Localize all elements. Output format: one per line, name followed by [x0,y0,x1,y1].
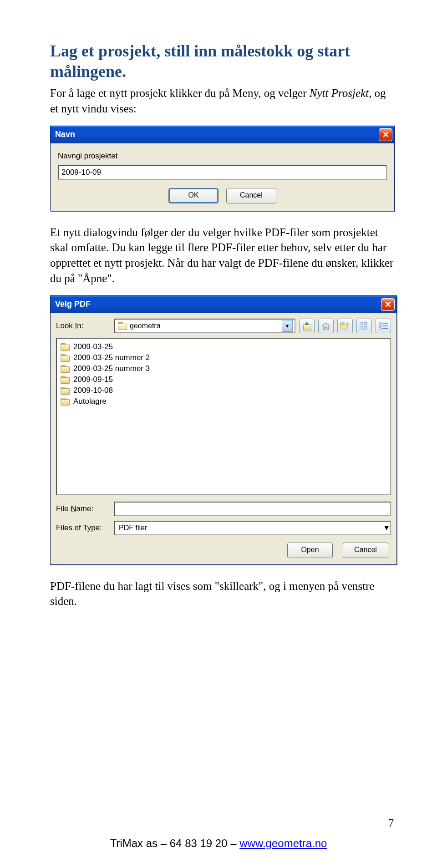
new-folder-icon [340,322,350,330]
name-dialog-title: Navn [55,130,75,139]
svg-rect-4 [364,322,367,325]
list-item[interactable]: 2009-03-25 [61,341,386,352]
folder-icon [61,343,70,350]
intro-text-a: For å lage et nytt prosjekt klikker du p… [50,87,310,99]
file-item-label: Autolagre [73,397,107,406]
file-name-label: File Name: [56,504,111,513]
look-in-label: Look In: [56,321,111,330]
file-dialog-titlebar: Velg PDF ✕ [51,296,396,313]
file-dialog: Velg PDF ✕ Look In: geometra ▼ [50,295,397,565]
new-folder-button[interactable] [337,319,353,333]
look-in-value: geometra [130,322,161,330]
paragraph-3: PDF-filene du har lagt til vises som "sk… [50,579,396,609]
project-name-label: Navngi prosjektet [58,152,387,161]
close-icon: ✕ [382,130,389,140]
file-list[interactable]: 2009-03-25 2009-03-25 nummer 2 2009-03-2… [56,338,391,495]
ok-button[interactable]: OK [168,188,218,203]
list-item[interactable]: 2009-09-15 [61,374,386,385]
svg-rect-2 [360,322,362,325]
list-item[interactable]: 2009-03-25 nummer 2 [61,352,386,363]
close-button[interactable]: ✕ [379,128,392,141]
svg-rect-5 [364,327,367,330]
svg-rect-8 [379,328,381,330]
open-button[interactable]: Open [287,543,333,558]
footer-link[interactable]: www.geometra.no [239,837,327,849]
folder-icon [61,398,70,405]
up-folder-button[interactable] [299,319,315,333]
file-dialog-title: Velg PDF [55,299,91,309]
cancel-button[interactable]: Cancel [343,543,388,558]
dropdown-arrow-icon: ▼ [383,524,390,532]
file-item-label: 2009-10-08 [73,386,113,395]
look-in-combo[interactable]: geometra ▼ [114,319,295,333]
home-icon [321,322,330,330]
intro-emphasis: Nytt Prosjekt, [310,87,372,99]
svg-rect-6 [379,322,381,324]
close-button[interactable]: ✕ [381,298,395,311]
file-item-label: 2009-03-25 nummer 2 [73,353,150,362]
page-footer: TriMax as – 64 83 19 20 – www.geometra.n… [0,837,437,850]
folder-icon [61,354,70,361]
file-item-label: 2009-09-15 [73,375,113,384]
name-dialog: Navn ✕ Navngi prosjektet OK Cancel [50,126,395,211]
folder-icon [61,376,70,383]
file-type-value: PDF filer [119,524,147,532]
name-dialog-titlebar: Navn ✕ [51,126,394,143]
svg-rect-0 [340,324,348,329]
svg-rect-3 [360,327,362,330]
project-name-input[interactable] [58,165,387,180]
svg-rect-7 [379,325,381,327]
list-item[interactable]: 2009-10-08 [61,385,386,396]
file-type-label: Files of Type: [56,523,111,533]
folder-icon [61,365,70,372]
home-button[interactable] [318,319,334,333]
file-type-combo[interactable]: PDF filer ▼ [114,521,391,535]
details-view-button[interactable] [376,319,391,333]
dropdown-arrow-icon: ▼ [282,320,293,332]
svg-rect-1 [340,323,344,325]
list-view-button[interactable] [356,319,372,333]
folder-open-icon [118,322,127,330]
cancel-button[interactable]: Cancel [226,188,276,203]
page-number: 7 [388,817,394,830]
file-item-label: 2009-03-25 nummer 3 [73,364,150,373]
intro-paragraph: For å lage et nytt prosjekt klikker du p… [50,86,396,117]
up-folder-icon [302,322,311,330]
footer-company: TriMax as – 64 83 19 20 – [110,837,240,849]
folder-icon [61,387,70,394]
file-item-label: 2009-03-25 [73,342,113,351]
details-view-icon [379,322,388,330]
paragraph-2: Et nytt dialogvindu følger der du velger… [50,225,396,286]
list-view-icon [360,322,369,330]
section-heading: Lag et prosjekt, still inn målestokk og … [50,41,396,82]
file-name-input[interactable] [114,502,391,516]
list-item[interactable]: 2009-03-25 nummer 3 [61,363,386,374]
close-icon: ✕ [385,299,391,310]
list-item[interactable]: Autolagre [61,396,386,407]
